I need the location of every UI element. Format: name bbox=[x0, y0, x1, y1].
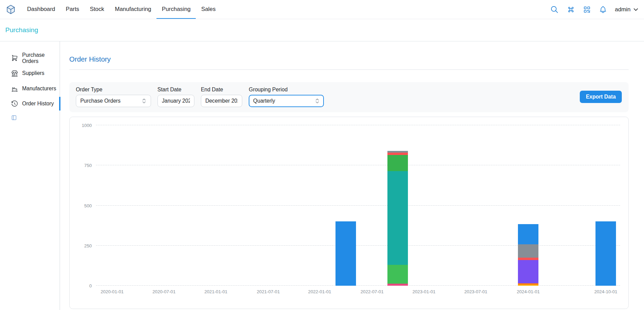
x-tick-label: 2021-07-01 bbox=[257, 289, 280, 294]
chevron-down-icon bbox=[633, 7, 639, 13]
app-root: Dashboard Parts Stock Manufacturing Purc… bbox=[0, 0, 644, 310]
chart-plot bbox=[96, 125, 620, 286]
export-data-button[interactable]: Export Data bbox=[580, 91, 622, 103]
tab-purchasing[interactable]: Purchasing bbox=[156, 0, 196, 19]
bar-segment bbox=[387, 265, 408, 284]
content: Purchase Orders Suppliers bbox=[0, 41, 644, 310]
order-type-value: Purchase Orders bbox=[80, 98, 121, 104]
chart-panel: 02505007501000 2020-01-012020-07-012021-… bbox=[69, 117, 629, 309]
x-tick-label: 2023-07-01 bbox=[464, 289, 487, 294]
sidebar-item-label: Manufacturers bbox=[22, 86, 56, 92]
order-type-field: Order Type Purchase Orders bbox=[76, 87, 151, 107]
x-tick-label: 2023-01-01 bbox=[412, 289, 435, 294]
chart-bar bbox=[518, 224, 538, 286]
gridline bbox=[96, 205, 620, 206]
sidebar-item-suppliers[interactable]: Suppliers bbox=[0, 66, 59, 81]
app-logo-icon[interactable] bbox=[5, 0, 16, 19]
y-tick-label: 500 bbox=[84, 203, 92, 208]
sidebar-item-label: Suppliers bbox=[22, 70, 44, 76]
chart-x-axis: 2020-01-012020-07-012021-01-012021-07-01… bbox=[96, 289, 620, 296]
search-icon[interactable] bbox=[550, 5, 559, 14]
gridline bbox=[96, 125, 620, 125]
bar-segment bbox=[387, 171, 408, 265]
order-type-label: Order Type bbox=[76, 87, 151, 93]
sidebar-item-manufacturers[interactable]: Manufacturers bbox=[0, 81, 59, 96]
tab-manufacturing[interactable]: Manufacturing bbox=[110, 0, 157, 19]
y-tick-label: 250 bbox=[84, 243, 92, 248]
gridline bbox=[96, 245, 620, 246]
end-date-label: End Date bbox=[201, 87, 242, 93]
chart-body: 02505007501000 bbox=[78, 125, 620, 286]
sidebar-item-label: Order History bbox=[22, 101, 54, 107]
y-tick-label: 1000 bbox=[82, 122, 92, 128]
bar-segment bbox=[518, 224, 538, 244]
tab-sales[interactable]: Sales bbox=[196, 0, 221, 19]
bar-segment bbox=[335, 221, 356, 286]
grouping-period-label: Grouping Period bbox=[249, 87, 324, 93]
user-menu[interactable]: admin bbox=[615, 6, 639, 13]
filter-panel: Order Type Purchase Orders Start Date bbox=[69, 82, 629, 112]
bar-segment bbox=[387, 284, 408, 286]
page-title: Purchasing bbox=[5, 26, 38, 34]
x-tick-label: 2021-01-01 bbox=[204, 289, 227, 294]
sidebar-collapse-icon[interactable] bbox=[11, 115, 17, 121]
gridline bbox=[96, 285, 620, 286]
qrcode-icon[interactable] bbox=[583, 5, 591, 14]
bar-segment bbox=[387, 153, 408, 155]
start-date-field: Start Date bbox=[157, 87, 194, 107]
grouping-period-select[interactable]: Quarterly bbox=[249, 95, 324, 107]
bar-segment bbox=[518, 285, 538, 286]
history-icon bbox=[11, 100, 18, 107]
gridline bbox=[96, 165, 620, 165]
navbar: Dashboard Parts Stock Manufacturing Purc… bbox=[0, 0, 644, 19]
x-tick-label: 2022-07-01 bbox=[360, 289, 383, 294]
chevron-selector-icon bbox=[315, 98, 319, 104]
tab-parts[interactable]: Parts bbox=[60, 0, 84, 19]
order-type-select[interactable]: Purchase Orders bbox=[76, 95, 151, 107]
section-heading: Order History bbox=[69, 55, 629, 63]
x-tick-label: 2020-01-01 bbox=[100, 289, 123, 294]
chart-bar bbox=[335, 221, 356, 286]
sidebar-item-label: Purchase Orders bbox=[22, 52, 60, 64]
bar-segment bbox=[595, 221, 616, 286]
bar-segment bbox=[387, 155, 408, 171]
tab-stock[interactable]: Stock bbox=[84, 0, 109, 19]
building-store-icon bbox=[11, 70, 18, 77]
end-date-input[interactable] bbox=[201, 95, 242, 107]
bell-icon[interactable] bbox=[599, 5, 607, 14]
main-nav: Dashboard Parts Stock Manufacturing Purc… bbox=[22, 0, 221, 19]
chart-bar bbox=[387, 151, 408, 286]
building-factory-icon bbox=[11, 85, 18, 92]
y-tick-label: 750 bbox=[84, 163, 92, 168]
x-tick-label: 2024-01-01 bbox=[517, 289, 539, 294]
sidebar-item-purchase-orders[interactable]: Purchase Orders bbox=[0, 51, 59, 66]
chart-bar bbox=[595, 221, 616, 286]
page-header: Purchasing bbox=[0, 19, 644, 41]
navbar-actions: admin bbox=[550, 0, 639, 19]
grouping-period-value: Quarterly bbox=[253, 98, 275, 104]
sidebar: Purchase Orders Suppliers bbox=[0, 41, 60, 310]
y-tick-label: 0 bbox=[89, 283, 92, 288]
end-date-field: End Date bbox=[201, 87, 242, 107]
start-date-input[interactable] bbox=[157, 95, 194, 107]
chevron-selector-icon bbox=[142, 98, 146, 104]
start-date-label: Start Date bbox=[157, 87, 194, 93]
main-panel: Order History Order Type Purchase Orders bbox=[60, 41, 644, 310]
bar-segment bbox=[518, 244, 538, 258]
command-icon[interactable] bbox=[567, 5, 575, 14]
grouping-period-field: Grouping Period Quarterly bbox=[249, 87, 324, 107]
tab-dashboard[interactable]: Dashboard bbox=[22, 0, 60, 19]
shopping-cart-icon bbox=[11, 54, 18, 62]
x-tick-label: 2020-07-01 bbox=[152, 289, 175, 294]
x-tick-label: 2022-01-01 bbox=[308, 289, 331, 294]
x-tick-label: 2024-10-01 bbox=[594, 289, 617, 294]
chart-y-axis: 02505007501000 bbox=[78, 125, 96, 286]
sidebar-item-order-history[interactable]: Order History bbox=[0, 96, 59, 111]
bar-segment bbox=[518, 260, 538, 283]
username: admin bbox=[615, 6, 631, 13]
section-divider bbox=[69, 69, 629, 70]
